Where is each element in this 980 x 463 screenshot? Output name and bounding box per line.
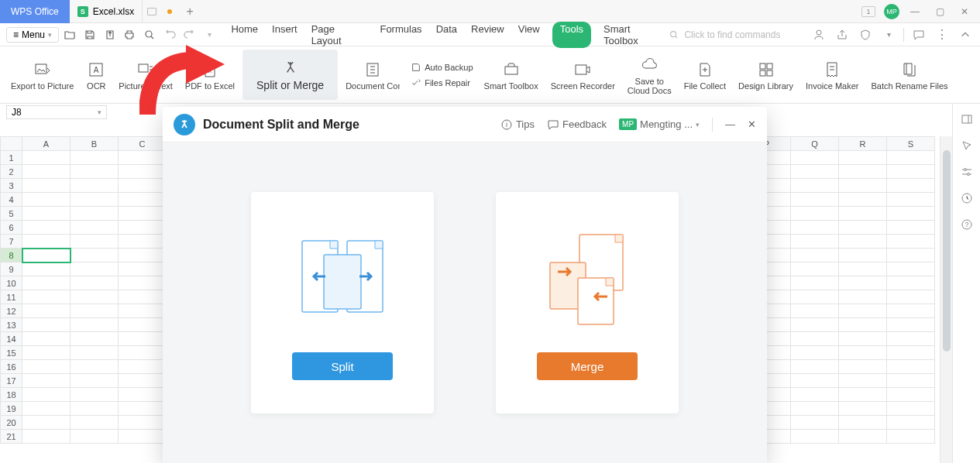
presentation-icon[interactable] <box>147 8 156 15</box>
cell[interactable] <box>839 304 887 318</box>
cell[interactable] <box>791 290 839 304</box>
corner-cell[interactable] <box>1 137 22 151</box>
row-header[interactable]: 9 <box>1 262 22 276</box>
auto-backup-button[interactable]: Auto Backup <box>407 60 476 74</box>
export-to-picture-button[interactable]: Export to Picture <box>6 50 78 100</box>
command-search[interactable]: Click to find commands <box>669 29 799 40</box>
cell[interactable] <box>791 262 839 276</box>
cell[interactable] <box>119 179 167 193</box>
name-box[interactable]: J8 ▾ <box>6 105 107 119</box>
cell[interactable] <box>887 179 935 193</box>
history-icon[interactable] <box>959 190 975 206</box>
cell[interactable] <box>791 374 839 388</box>
settings-sliders-icon[interactable] <box>959 164 975 180</box>
cell[interactable] <box>119 151 167 165</box>
feedback-button[interactable]: Feedback <box>547 118 607 131</box>
cell[interactable] <box>70 360 119 374</box>
cell[interactable] <box>22 346 70 360</box>
invoice-maker-button[interactable]: Invoice Maker <box>801 50 863 100</box>
cell[interactable] <box>119 430 167 444</box>
cell[interactable] <box>22 290 70 304</box>
open-icon[interactable] <box>60 26 79 44</box>
cell[interactable] <box>887 276 935 290</box>
cell[interactable] <box>839 388 887 402</box>
close-button[interactable]: ✕ <box>955 2 974 21</box>
cell[interactable] <box>887 304 935 318</box>
cell[interactable] <box>70 179 119 193</box>
kebab-icon[interactable]: ⋮ <box>934 26 951 43</box>
cell[interactable] <box>119 249 167 262</box>
window-count[interactable]: 1 <box>859 2 878 21</box>
cell[interactable] <box>791 332 839 346</box>
new-tab-button[interactable]: + <box>178 0 201 23</box>
menu-dropdown[interactable]: ≡ Menu ▾ <box>6 27 59 43</box>
tab-smart-toolbox[interactable]: Smart Toolbox <box>602 22 667 48</box>
merge-card[interactable]: Merge <box>496 192 679 413</box>
cell[interactable] <box>839 290 887 304</box>
cell[interactable] <box>839 318 887 332</box>
split-button[interactable]: Split <box>292 352 393 380</box>
merge-button[interactable]: Merge <box>537 352 638 380</box>
cell[interactable] <box>70 221 119 235</box>
cell[interactable] <box>791 346 839 360</box>
row-header[interactable]: 12 <box>1 304 22 318</box>
more-icon[interactable]: ▾ <box>880 26 897 43</box>
cell[interactable] <box>887 346 935 360</box>
tab-insert[interactable]: Insert <box>270 22 299 48</box>
cell[interactable] <box>70 388 119 402</box>
cell[interactable] <box>791 416 839 430</box>
ocr-button[interactable]: A OCR <box>81 50 111 100</box>
cell[interactable] <box>70 262 119 276</box>
qa-more-icon[interactable]: ▾ <box>201 26 219 44</box>
cell[interactable] <box>887 165 935 179</box>
cell[interactable] <box>22 179 70 193</box>
cell[interactable] <box>887 221 935 235</box>
cell[interactable] <box>22 221 70 235</box>
cell[interactable] <box>119 374 167 388</box>
row-header[interactable]: 13 <box>1 318 22 332</box>
cell[interactable] <box>887 318 935 332</box>
row-header[interactable]: 6 <box>1 221 22 235</box>
shield-icon[interactable] <box>857 26 874 43</box>
save-icon[interactable] <box>81 26 99 44</box>
cell[interactable] <box>791 235 839 249</box>
cell[interactable] <box>119 304 167 318</box>
cell[interactable] <box>791 207 839 221</box>
dialog-user[interactable]: MPMengting ... ▾ <box>619 118 700 130</box>
cell[interactable] <box>791 402 839 416</box>
row-header[interactable]: 14 <box>1 332 22 346</box>
cell[interactable] <box>887 249 935 262</box>
cell[interactable] <box>791 276 839 290</box>
cell[interactable] <box>70 318 119 332</box>
cell[interactable] <box>887 374 935 388</box>
chat-icon[interactable] <box>910 26 927 43</box>
row-header[interactable]: 10 <box>1 276 22 290</box>
user-avatar[interactable]: MP <box>884 4 899 19</box>
cell[interactable] <box>119 262 167 276</box>
row-header[interactable]: 11 <box>1 290 22 304</box>
row-header[interactable]: 2 <box>1 165 22 179</box>
cell[interactable] <box>791 430 839 444</box>
row-header[interactable]: 7 <box>1 235 22 249</box>
cell[interactable] <box>119 402 167 416</box>
cell[interactable] <box>22 207 70 221</box>
cell[interactable] <box>22 416 70 430</box>
row-header[interactable]: 15 <box>1 346 22 360</box>
panel-toggle-icon[interactable] <box>959 111 975 127</box>
column-header[interactable]: Q <box>791 137 839 151</box>
cell[interactable] <box>887 151 935 165</box>
cell[interactable] <box>839 165 887 179</box>
minimize-button[interactable]: — <box>906 2 924 21</box>
cell[interactable] <box>22 165 70 179</box>
cell[interactable] <box>22 360 70 374</box>
cell[interactable] <box>887 193 935 207</box>
tab-data[interactable]: Data <box>435 22 459 48</box>
cell[interactable] <box>791 249 839 262</box>
cell[interactable] <box>791 193 839 207</box>
tab-formulas[interactable]: Formulas <box>378 22 423 48</box>
cell[interactable] <box>791 360 839 374</box>
cell[interactable] <box>839 402 887 416</box>
cell[interactable] <box>119 165 167 179</box>
tab-view[interactable]: View <box>517 22 542 48</box>
smart-toolbox-button[interactable]: Smart Toolbox <box>480 50 543 100</box>
